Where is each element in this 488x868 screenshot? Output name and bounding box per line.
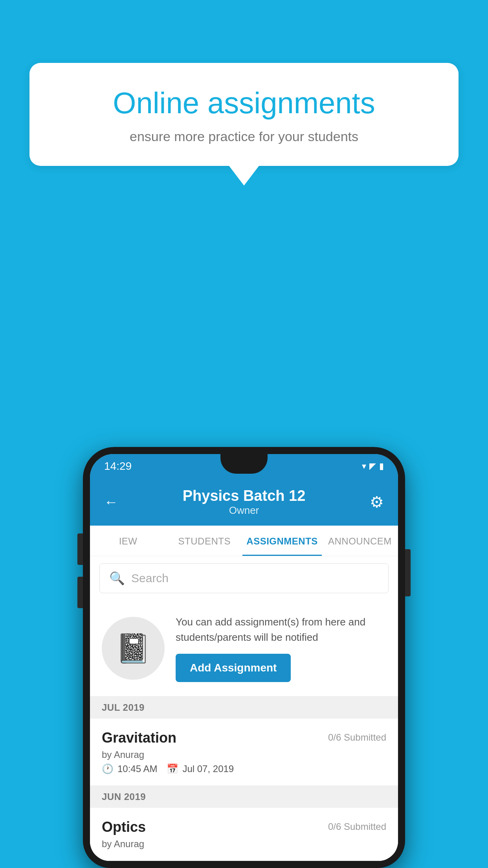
speech-bubble: Online assignments ensure more practice …	[29, 63, 459, 166]
table-row[interactable]: Gravitation 0/6 Submitted by Anurag 🕐 10…	[90, 719, 398, 786]
tab-announcements[interactable]: ANNOUNCEM	[322, 526, 398, 556]
assignment-by: by Anurag	[102, 839, 386, 850]
section-header-jul2019: JUL 2019	[90, 697, 398, 719]
promo-icon-circle: 📓	[102, 617, 165, 680]
promo-card: 📓 You can add assignment(s) from here an…	[90, 600, 398, 697]
phone-wrapper: 14:29 ▾ ◤ ▮ ← Physics Batch 12 Owner	[83, 447, 405, 868]
speech-bubble-title: Online assignments	[53, 86, 435, 120]
tab-students[interactable]: STUDENTS	[166, 526, 242, 556]
add-assignment-button[interactable]: Add Assignment	[176, 654, 291, 682]
header-center: Physics Batch 12 Owner	[183, 487, 306, 517]
promo-content: You can add assignment(s) from here and …	[176, 614, 386, 682]
header-subtitle: Owner	[183, 504, 306, 517]
promo-description: You can add assignment(s) from here and …	[176, 614, 386, 645]
status-bar: 14:29 ▾ ◤ ▮	[90, 454, 398, 478]
phone-notch	[220, 454, 268, 474]
app-header: ← Physics Batch 12 Owner ⚙	[90, 478, 398, 526]
speech-bubble-subtitle: ensure more practice for your students	[53, 129, 435, 144]
speech-bubble-arrow	[229, 166, 259, 186]
assignment-row-header: Optics 0/6 Submitted	[102, 819, 386, 835]
assignment-time: 🕐 10:45 AM	[102, 763, 157, 774]
table-row[interactable]: Optics 0/6 Submitted by Anurag	[90, 808, 398, 861]
status-bar-time: 14:29	[104, 460, 132, 473]
assignment-row-header: Gravitation 0/6 Submitted	[102, 730, 386, 746]
side-button-volume-down	[77, 577, 83, 608]
tab-assignments[interactable]: ASSIGNMENTS	[242, 526, 322, 556]
phone-outer: 14:29 ▾ ◤ ▮ ← Physics Batch 12 Owner	[83, 447, 405, 868]
section-header-jun2019: JUN 2019	[90, 786, 398, 808]
side-button-volume-up	[77, 533, 83, 565]
phone-screen: 14:29 ▾ ◤ ▮ ← Physics Batch 12 Owner	[90, 454, 398, 861]
clock-icon: 🕐	[102, 763, 114, 774]
side-button-power	[405, 549, 411, 596]
battery-icon: ▮	[379, 461, 384, 471]
calendar-icon: 📅	[167, 763, 178, 774]
header-title: Physics Batch 12	[183, 487, 306, 504]
notebook-icon: 📓	[116, 632, 151, 665]
tab-iew[interactable]: IEW	[90, 526, 166, 556]
assignment-meta-row: 🕐 10:45 AM 📅 Jul 07, 2019	[102, 763, 386, 774]
submitted-count: 0/6 Submitted	[328, 821, 386, 832]
gear-icon[interactable]: ⚙	[370, 493, 384, 511]
search-placeholder: Search	[131, 572, 169, 585]
search-icon: 🔍	[109, 571, 125, 586]
assignment-name: Gravitation	[102, 730, 176, 746]
search-container: 🔍 Search	[90, 556, 398, 600]
wifi-icon: ▾	[362, 461, 366, 471]
back-button[interactable]: ←	[104, 494, 118, 510]
assignment-name: Optics	[102, 819, 146, 835]
tabs-bar: IEW STUDENTS ASSIGNMENTS ANNOUNCEM	[90, 526, 398, 556]
status-icons: ▾ ◤ ▮	[362, 461, 384, 471]
submitted-count: 0/6 Submitted	[328, 732, 386, 743]
search-bar[interactable]: 🔍 Search	[99, 563, 389, 593]
assignment-date: 📅 Jul 07, 2019	[167, 763, 234, 774]
assignment-by: by Anurag	[102, 749, 386, 760]
speech-bubble-wrapper: Online assignments ensure more practice …	[29, 63, 459, 186]
signal-icon: ◤	[369, 461, 376, 471]
